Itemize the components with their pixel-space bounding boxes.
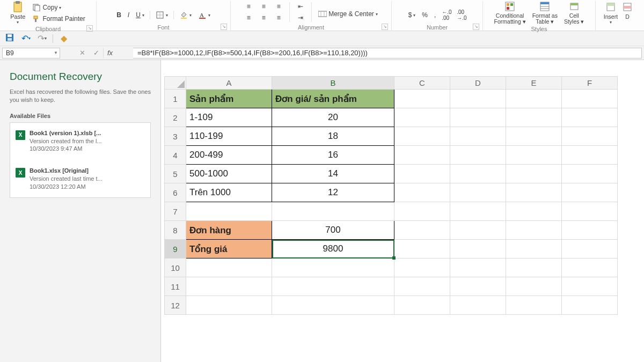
spreadsheet-grid[interactable]: A B C D E F 1 Sản phẩm Đơn giá/ sản phẩm… — [161, 60, 644, 362]
save-button[interactable] — [4, 33, 15, 44]
paste-button[interactable]: Paste ▾ — [8, 1, 27, 25]
cell[interactable] — [272, 277, 394, 296]
formula-input[interactable]: =B8*IF(B8>=1000,12,IF(B8>=500,14,IF(B8>=… — [133, 48, 642, 58]
align-left-button[interactable]: ≡ — [241, 12, 255, 23]
dialog-launcher-icon[interactable]: ↘ — [473, 24, 479, 30]
cell[interactable] — [506, 221, 562, 240]
cell[interactable]: 110-199 — [186, 127, 272, 146]
redo-button[interactable]: ↷▾ — [36, 33, 47, 44]
cell[interactable] — [562, 183, 618, 202]
row-header[interactable]: 2 — [165, 108, 186, 127]
cell[interactable] — [394, 165, 450, 183]
cell[interactable] — [506, 127, 562, 146]
warning-button[interactable]: ◆ — [58, 33, 69, 44]
cell[interactable] — [506, 165, 562, 183]
row-header[interactable]: 11 — [165, 277, 186, 296]
comma-button[interactable]: , — [431, 10, 438, 20]
cell[interactable]: 1-109 — [186, 108, 272, 127]
align-middle-button[interactable]: ≡ — [257, 1, 270, 12]
row-header[interactable]: 5 — [165, 165, 186, 183]
cell[interactable] — [394, 127, 450, 146]
col-header-F[interactable]: F — [562, 77, 618, 90]
cell[interactable] — [506, 258, 562, 277]
cell[interactable]: 20 — [272, 108, 394, 127]
cell[interactable]: Trên 1000 — [186, 183, 272, 202]
cell[interactable]: 16 — [272, 146, 394, 165]
row-header[interactable]: 6 — [165, 183, 186, 202]
conditional-formatting-button[interactable]: ConditionalFormatting ▾ — [492, 1, 528, 25]
cell[interactable] — [562, 221, 618, 240]
cell[interactable] — [450, 296, 506, 315]
cell[interactable] — [506, 183, 562, 202]
cell[interactable] — [450, 90, 506, 108]
cell[interactable] — [506, 90, 562, 108]
merge-center-button[interactable]: Merge & Center ▾ — [316, 9, 380, 19]
cell[interactable] — [186, 277, 272, 296]
name-box[interactable]: B9 ▼ — [2, 48, 60, 58]
align-bottom-button[interactable]: ≡ — [272, 1, 286, 12]
cell[interactable] — [562, 240, 618, 258]
cell[interactable] — [562, 202, 618, 221]
currency-button[interactable]: $▾ — [406, 10, 419, 20]
format-as-table-button[interactable]: Format asTable ▾ — [530, 1, 560, 25]
cell[interactable] — [394, 221, 450, 240]
dialog-launcher-icon[interactable]: ↘ — [382, 24, 388, 30]
align-right-button[interactable]: ≡ — [272, 12, 286, 23]
dialog-launcher-icon[interactable]: ↘ — [86, 25, 93, 32]
insert-cells-button[interactable]: Insert ▾ — [602, 1, 620, 25]
decrease-decimal-button[interactable]: .00→.0 — [455, 10, 469, 20]
cell[interactable] — [394, 146, 450, 165]
underline-button[interactable]: U▾ — [133, 10, 147, 20]
select-all-corner[interactable] — [165, 77, 186, 90]
cell[interactable] — [272, 202, 394, 221]
increase-indent-button[interactable]: ⇥ — [294, 12, 308, 23]
cell-selected[interactable]: 9800 — [272, 240, 394, 258]
cell[interactable] — [450, 108, 506, 127]
row-header[interactable]: 7 — [165, 202, 186, 221]
col-header-D[interactable]: D — [450, 77, 506, 90]
cell[interactable] — [506, 146, 562, 165]
cell[interactable]: Đơn hàng — [186, 221, 272, 240]
row-header[interactable]: 12 — [165, 296, 186, 315]
cell[interactable]: 12 — [272, 183, 394, 202]
align-center-button[interactable]: ≡ — [257, 12, 270, 23]
bold-button[interactable]: B — [114, 10, 124, 20]
col-header-B[interactable]: B — [272, 77, 394, 90]
cell[interactable] — [562, 90, 618, 108]
cell-styles-button[interactable]: CellStyles ▾ — [562, 1, 587, 25]
cell[interactable] — [450, 183, 506, 202]
cell[interactable]: Tổng giá — [186, 240, 272, 258]
recovery-file-item[interactable]: Book1 (version 1).xlsb [... Version crea… — [12, 126, 148, 157]
cell[interactable] — [562, 165, 618, 183]
cell[interactable] — [450, 221, 506, 240]
copy-button[interactable]: Copy ▾ — [30, 2, 87, 13]
cell[interactable]: 18 — [272, 127, 394, 146]
cell[interactable] — [394, 108, 450, 127]
cell[interactable] — [272, 258, 394, 277]
col-header-E[interactable]: E — [506, 77, 562, 90]
delete-cells-button[interactable]: D — [622, 1, 633, 25]
cell[interactable] — [562, 258, 618, 277]
italic-button[interactable]: I — [125, 10, 132, 20]
cell[interactable] — [506, 108, 562, 127]
cell[interactable] — [562, 108, 618, 127]
cell[interactable] — [450, 277, 506, 296]
cell[interactable]: 500-1000 — [186, 165, 272, 183]
cell[interactable] — [450, 258, 506, 277]
fill-color-button[interactable]: ▾ — [177, 10, 194, 20]
cell[interactable] — [394, 277, 450, 296]
cell[interactable]: 200-499 — [186, 146, 272, 165]
cell[interactable] — [394, 240, 450, 258]
col-header-C[interactable]: C — [394, 77, 450, 90]
cell[interactable] — [272, 296, 394, 315]
row-header[interactable]: 3 — [165, 127, 186, 146]
cell[interactable] — [186, 258, 272, 277]
cell[interactable]: Đơn giá/ sản phẩm — [272, 90, 394, 108]
cell[interactable] — [394, 258, 450, 277]
dialog-launcher-icon[interactable]: ↘ — [221, 24, 227, 30]
cell[interactable] — [562, 277, 618, 296]
col-header-A[interactable]: A — [186, 77, 272, 90]
cell[interactable] — [394, 183, 450, 202]
cell[interactable]: 14 — [272, 165, 394, 183]
cell[interactable]: 700 — [272, 221, 394, 240]
